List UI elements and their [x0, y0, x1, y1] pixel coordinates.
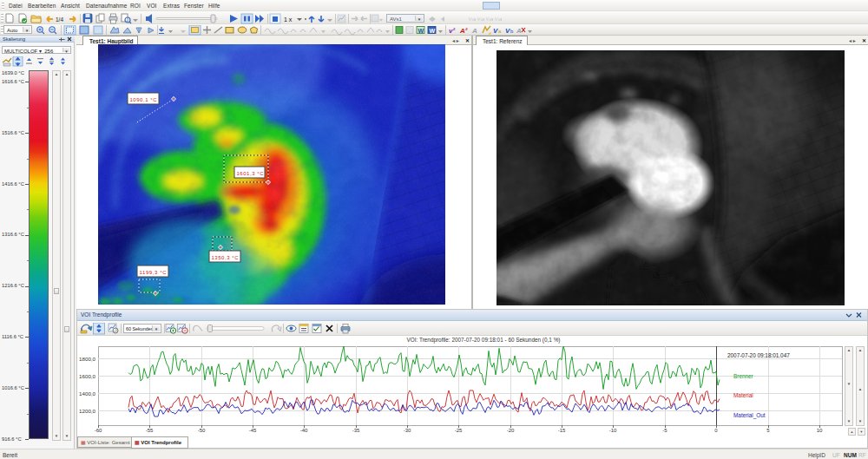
svg-text:W: W [430, 28, 436, 34]
svg-text:b: b [510, 29, 514, 34]
svg-text:A²: A² [459, 27, 468, 35]
svg-text:a: a [498, 29, 502, 34]
svg-text:1 x: 1 x [284, 16, 293, 23]
svg-text:1/4: 1/4 [56, 16, 63, 23]
svg-text:1350,3 °C: 1350,3 °C [212, 255, 240, 260]
svg-text:W: W [418, 28, 424, 34]
svg-text:v²: v² [449, 27, 455, 35]
svg-text:A: A [471, 27, 477, 35]
svg-text:A: A [516, 27, 522, 35]
svg-text:1199,3 °C: 1199,3 °C [140, 270, 168, 275]
svg-text:¼a ¼a ¼a ¼a: ¼a ¼a ¼a ¼a [469, 16, 503, 22]
svg-text:1090,1 °C: 1090,1 °C [130, 97, 158, 102]
svg-text:1601,3 °C: 1601,3 °C [237, 171, 265, 176]
